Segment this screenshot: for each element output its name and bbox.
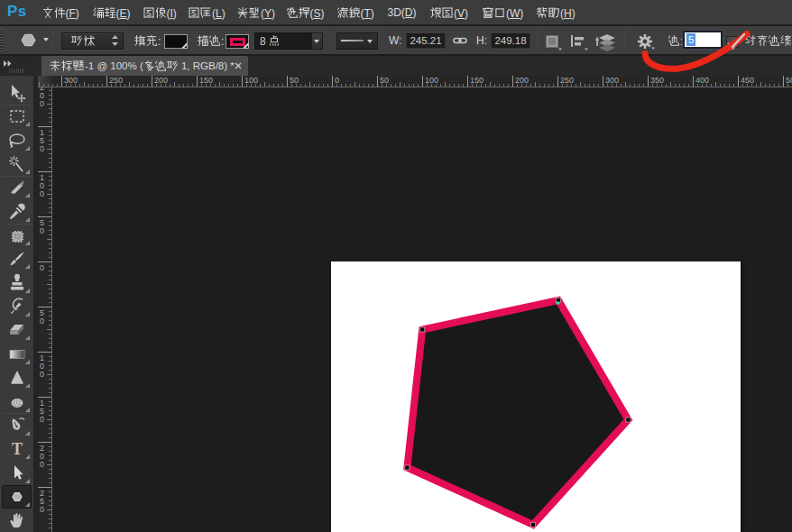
svg-text:T: T <box>12 440 23 458</box>
